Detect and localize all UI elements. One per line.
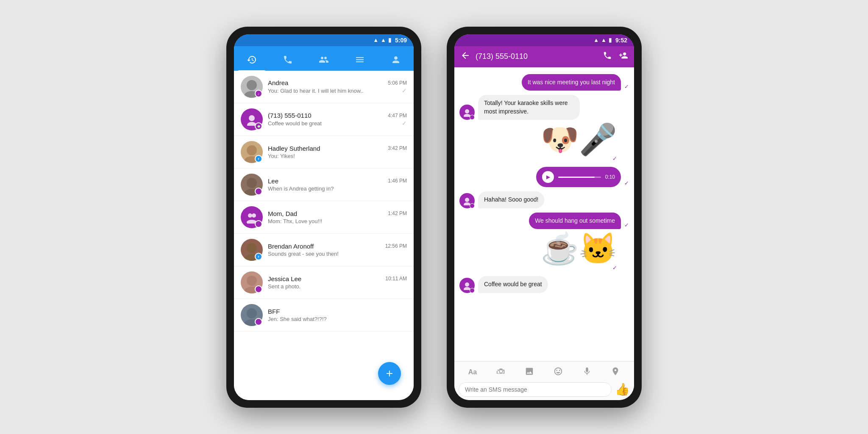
bubble-1: It was nice meeting you last night (522, 74, 621, 91)
nav-calls[interactable] (274, 51, 301, 71)
contact-713[interactable]: 💬 (713) 555-0110 4:47 PM Coffee would be… (234, 103, 414, 136)
contact-name-andrea: Andrea (268, 79, 288, 86)
badge-713: 💬 (255, 122, 262, 130)
nav-contacts[interactable] (310, 51, 337, 71)
contact-jessica[interactable]: Jessica Lee 10:11 AM Sent a photo. (234, 266, 414, 299)
time-display-2: 9:52 (615, 37, 627, 44)
contact-bff[interactable]: BFF Jen: She said what?!?!? (234, 299, 414, 332)
voice-bubble[interactable]: ▶ 0:10 (536, 167, 621, 187)
contact-time-jessica: 10:11 AM (385, 276, 407, 282)
msg-text-1: It was nice meeting you last night (528, 79, 615, 86)
battery-icon: ▮ (388, 37, 391, 43)
msg-avatar-badge-2 (470, 115, 475, 120)
fab-new-message[interactable]: + (378, 362, 401, 385)
svg-point-15 (248, 213, 252, 218)
battery-icon-2: ▮ (609, 37, 612, 43)
contact-name-hadley: Hadley Sutherland (268, 145, 320, 152)
contact-momdad[interactable]: Mom, Dad 1:42 PM Mom: Thx, Love you!!! (234, 201, 414, 234)
msg-text-2: Totally! Your karaoke skills were most i… (484, 100, 568, 115)
check-1: ✓ (624, 83, 629, 90)
phone-1: ▲ ▲ ▮ 5:09 (226, 27, 421, 408)
msg-avatar-3 (459, 193, 475, 208)
contact-preview-andrea: You: Glad to hear it. I will let him kno… (268, 88, 400, 94)
msg-avatar-5 (459, 278, 475, 293)
svg-point-31 (471, 116, 473, 119)
app1-nav (234, 46, 414, 71)
svg-point-26 (247, 308, 257, 318)
contact-preview-momdad: Mom: Thx, Love you!!! (268, 218, 407, 224)
sticker-coffee: ☕🐱 (541, 233, 617, 264)
wifi-icon-2: ▲ (593, 37, 599, 43)
thumbs-up-button[interactable]: 👍 (615, 382, 630, 396)
svg-point-4 (249, 115, 255, 121)
app2-header: ▲ ▲ ▮ 9:52 (713) 555-0110 (454, 34, 634, 67)
avatar-hadley-wrap: f (241, 141, 263, 163)
svg-point-35 (465, 282, 469, 287)
check-4: ✓ (624, 222, 629, 228)
svg-point-14 (257, 190, 260, 193)
bubble-4: We should hang out sometime (529, 213, 621, 229)
badge-brendan: f (255, 253, 262, 260)
badge-bff (255, 318, 262, 326)
input-text-row: 👍 (459, 382, 630, 397)
voice-progress-bar (558, 177, 601, 178)
contact-name-lee: Lee (268, 177, 278, 185)
contact-name-brendan: Brendan Aronoff (268, 243, 314, 250)
aa-button[interactable]: Aa (467, 367, 479, 378)
contact-name-momdad: Mom, Dad (268, 210, 297, 217)
contact-info-713: (713) 555-0110 4:47 PM Coffee would be g… (268, 112, 407, 127)
contact-preview-hadley: You: Yikes! (268, 153, 407, 159)
avatar-brendan-wrap: f (241, 239, 263, 261)
contact-time-713: 4:47 PM (388, 113, 407, 119)
nav-menu[interactable] (346, 51, 373, 71)
input-icons-row: Aa (459, 365, 630, 380)
call-icon[interactable] (603, 51, 612, 62)
voice-progress-fill (558, 177, 595, 178)
contact-brendan[interactable]: f Brendan Aronoff 12:56 PM Sounds great … (234, 234, 414, 266)
play-button[interactable]: ▶ (542, 171, 554, 183)
contact-info-momdad: Mom, Dad 1:42 PM Mom: Thx, Love you!!! (268, 210, 407, 224)
svg-point-37 (471, 289, 473, 292)
msg-avatar-2 (459, 105, 475, 120)
message-input[interactable] (459, 382, 612, 397)
msg-row-1: It was nice meeting you last night ✓ (459, 74, 629, 91)
msg-avatar-badge-5 (470, 288, 475, 293)
avatar-andrea-wrap: ♪ (241, 76, 263, 98)
avatar-713-wrap: 💬 (241, 108, 263, 130)
msg-text-4: We should hang out sometime (535, 217, 615, 224)
contact-hadley[interactable]: f Hadley Sutherland 3:42 PM You: Yikes! (234, 136, 414, 169)
check-andrea: ✓ (402, 87, 407, 94)
msg-row-5: Coffee would be great (459, 276, 629, 293)
check-713: ✓ (402, 120, 407, 127)
msg-row-voice: ▶ 0:10 ✓ (459, 167, 629, 187)
contact-info-brendan: Brendan Aronoff 12:56 PM Sounds great - … (268, 243, 407, 257)
app1-header: ▲ ▲ ▮ 5:09 (234, 34, 414, 71)
contact-andrea[interactable]: ♪ Andrea 5:06 PM You: Glad to hear it. I… (234, 71, 414, 103)
contact-preview-713: Coffee would be great (268, 120, 400, 127)
contact-lee[interactable]: Lee 1:46 PM When is Andrea getting in? (234, 169, 414, 201)
image-button[interactable] (523, 365, 536, 380)
msg-text-3: Hahaha! Sooo good! (484, 196, 538, 203)
fab-plus-icon: + (386, 367, 393, 380)
contact-preview-bff: Jen: She said what?!?!? (268, 316, 407, 322)
msg-row-3: Hahaha! Sooo good! (459, 191, 629, 208)
camera-button[interactable] (495, 365, 507, 380)
phone-2: ▲ ▲ ▮ 9:52 (713) 555-0110 (447, 27, 642, 408)
contact-name-bff: BFF (268, 308, 280, 315)
mic-button[interactable] (581, 365, 593, 380)
location-button[interactable] (609, 365, 622, 380)
nav-profile[interactable] (382, 51, 409, 71)
svg-point-34 (471, 205, 473, 207)
nav-history[interactable] (238, 51, 265, 71)
msg-row-4: We should hang out sometime ✓ (459, 213, 629, 229)
avatar-bff-wrap (241, 304, 263, 326)
add-contact-icon[interactable] (619, 51, 628, 62)
svg-point-25 (257, 287, 260, 291)
emoji-button[interactable] (552, 365, 565, 380)
badge-jessica (255, 285, 262, 293)
svg-point-8 (247, 145, 257, 155)
contact-time-lee: 1:46 PM (388, 178, 407, 184)
contact-name-713: (713) 555-0110 (268, 112, 312, 119)
back-button[interactable] (460, 50, 470, 63)
chat-title: (713) 555-0110 (476, 52, 598, 61)
